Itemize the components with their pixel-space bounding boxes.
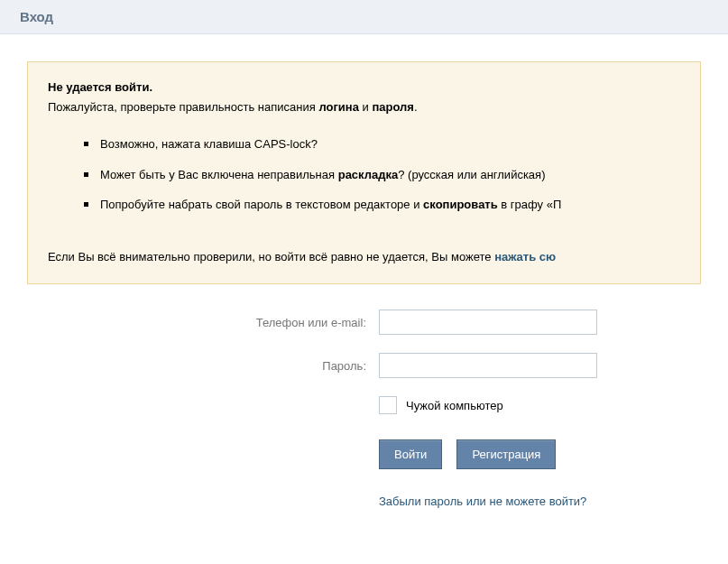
password-row: Пароль:	[180, 353, 701, 378]
error-footer: Если Вы всё внимательно проверили, но во…	[48, 248, 680, 266]
reset-link[interactable]: нажать сю	[494, 250, 556, 264]
password-label: Пароль:	[180, 359, 379, 373]
button-row: Войти Регистрация	[379, 439, 701, 469]
checkbox-label[interactable]: Чужой компьютер	[406, 399, 503, 412]
page-title: Вход	[20, 9, 708, 24]
error-title: Не удается войти.	[48, 79, 680, 97]
login-row: Телефон или e-mail:	[180, 310, 701, 335]
login-input[interactable]	[379, 310, 597, 335]
login-button[interactable]: Войти	[379, 439, 442, 469]
forgot-password-link[interactable]: Забыли пароль или не можете войти?	[379, 495, 586, 508]
error-bullet-list: Возможно, нажата клавиша CAPS-lock? Може…	[84, 135, 680, 214]
register-button[interactable]: Регистрация	[456, 439, 556, 469]
error-bullet-item: Может быть у Вас включена неправильная р…	[84, 166, 680, 184]
login-label: Телефон или e-mail:	[180, 316, 379, 329]
error-bullet-item: Возможно, нажата клавиша CAPS-lock?	[84, 135, 680, 153]
login-form: Телефон или e-mail: Пароль: Чужой компью…	[180, 310, 701, 508]
checkbox-row: Чужой компьютер	[379, 396, 701, 414]
foreign-computer-checkbox[interactable]	[379, 396, 397, 414]
error-bullet-item: Попробуйте набрать свой пароль в текстов…	[84, 196, 680, 214]
page-header: Вход	[0, 0, 728, 34]
error-subtitle: Пожалуйста, проверьте правильность напис…	[48, 98, 680, 116]
error-message-box: Не удается войти. Пожалуйста, проверьте …	[27, 61, 701, 284]
content-area: Не удается войти. Пожалуйста, проверьте …	[0, 34, 728, 508]
password-input[interactable]	[379, 353, 597, 378]
forgot-link-row: Забыли пароль или не можете войти?	[379, 495, 701, 508]
